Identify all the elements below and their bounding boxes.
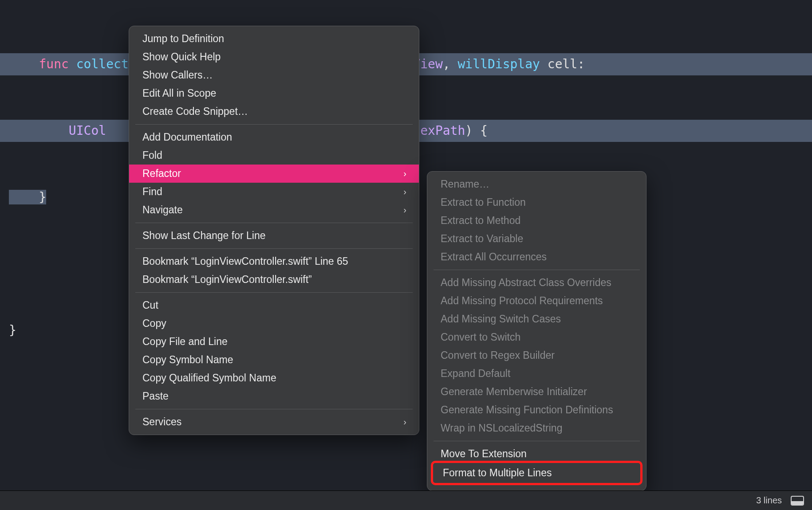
menu-item-label: Edit All in Scope — [142, 87, 216, 99]
submenu-item-label: Add Missing Switch Cases — [441, 313, 561, 325]
submenu-item: Extract to Variable — [427, 230, 646, 248]
submenu-item-label: Generate Memberwise Initializer — [441, 386, 587, 398]
submenu-item-label: Extract All Occurrences — [441, 251, 547, 263]
chevron-right-icon: › — [403, 187, 406, 197]
menu-item[interactable]: Refactor› — [129, 165, 419, 183]
submenu-item: Add Missing Switch Cases — [427, 310, 646, 328]
menu-item-label: Create Code Snippet… — [142, 106, 248, 118]
menu-item[interactable]: Paste — [129, 387, 419, 405]
submenu-item-label: Add Missing Protocol Requirements — [441, 295, 603, 307]
menu-item-label: Show Callers… — [142, 69, 213, 81]
menu-separator — [434, 270, 640, 270]
submenu-item: Extract All Occurrences — [427, 248, 646, 266]
menu-item[interactable]: Bookmark “LoginViewController.swift” Lin… — [129, 252, 419, 271]
menu-separator — [135, 223, 413, 223]
menu-item-label: Copy File and Line — [142, 336, 228, 348]
menu-item[interactable]: Show Quick Help — [129, 48, 419, 66]
menu-item-label: Find — [142, 186, 162, 198]
submenu-item-label: Convert to Switch — [441, 331, 520, 343]
menu-item[interactable]: Add Documentation — [129, 128, 419, 146]
menu-item-label: Copy — [142, 318, 166, 330]
submenu-item: Convert to Switch — [427, 328, 646, 346]
menu-item-label: Show Last Change for Line — [142, 230, 265, 242]
refactor-submenu[interactable]: Rename…Extract to FunctionExtract to Met… — [427, 171, 646, 491]
submenu-item[interactable]: Move To Extension — [427, 445, 646, 463]
submenu-item-label: Rename… — [441, 178, 489, 190]
status-bar: 3 lines — [0, 490, 812, 510]
menu-item-label: Jump to Definition — [142, 33, 224, 45]
submenu-item-label: Format to Multiple Lines — [443, 467, 552, 479]
submenu-item-format-multiple-lines[interactable]: Format to Multiple Lines — [433, 464, 640, 482]
menu-item-label: Copy Symbol Name — [142, 354, 233, 366]
menu-item-label: Paste — [142, 390, 169, 402]
menu-item[interactable]: Services› — [129, 413, 419, 431]
submenu-item: Add Missing Protocol Requirements — [427, 292, 646, 310]
menu-item-label: Fold — [142, 149, 162, 161]
menu-item-label: Copy Qualified Symbol Name — [142, 372, 276, 384]
panel-toggle-icon[interactable] — [791, 496, 804, 506]
submenu-item: Extract to Function — [427, 193, 646, 212]
menu-item[interactable]: Show Last Change for Line — [129, 227, 419, 245]
keyword-func: func — [39, 57, 68, 71]
menu-item-label: Show Quick Help — [142, 51, 221, 63]
menu-item[interactable]: Copy File and Line — [129, 333, 419, 351]
submenu-item: Generate Missing Function Definitions — [427, 401, 646, 419]
menu-item[interactable]: Create Code Snippet… — [129, 102, 419, 121]
chevron-right-icon: › — [403, 417, 406, 427]
submenu-item: Expand Default — [427, 365, 646, 383]
menu-item[interactable]: Bookmark “LoginViewController.swift” — [129, 271, 419, 289]
submenu-item: Add Missing Abstract Class Overrides — [427, 274, 646, 292]
menu-separator — [135, 248, 413, 249]
menu-item[interactable]: Copy Qualified Symbol Name — [129, 369, 419, 387]
chevron-right-icon: › — [403, 169, 406, 179]
submenu-item-label: Convert to Regex Builder — [441, 349, 555, 361]
menu-item-label: Services — [142, 416, 181, 428]
menu-item[interactable]: Jump to Definition — [129, 30, 419, 48]
menu-item-label: Navigate — [142, 204, 183, 216]
menu-item[interactable]: Navigate› — [129, 201, 419, 219]
highlighted-box: Format to Multiple Lines — [431, 461, 643, 485]
submenu-item-label: Wrap in NSLocalizedString — [441, 422, 562, 434]
submenu-item: Convert to Regex Builder — [427, 346, 646, 365]
chevron-right-icon: › — [403, 205, 406, 215]
menu-item-label: Cut — [142, 299, 158, 311]
menu-item[interactable]: Show Callers… — [129, 66, 419, 84]
submenu-item-label: Extract to Function — [441, 196, 526, 208]
menu-item[interactable]: Copy Symbol Name — [129, 351, 419, 369]
menu-item-label: Refactor — [142, 168, 181, 180]
submenu-item-label: Extract to Method — [441, 215, 520, 227]
menu-item[interactable]: Fold — [129, 146, 419, 165]
submenu-item-label: Add Missing Abstract Class Overrides — [441, 277, 611, 289]
menu-item[interactable]: Find› — [129, 183, 419, 201]
line-count-label: 3 lines — [756, 495, 782, 506]
submenu-item: Rename… — [427, 175, 646, 193]
menu-separator — [135, 409, 413, 409]
menu-item[interactable]: Edit All in Scope — [129, 84, 419, 102]
submenu-item-label: Expand Default — [441, 368, 510, 380]
context-menu[interactable]: Jump to DefinitionShow Quick HelpShow Ca… — [129, 26, 419, 435]
submenu-item-label: Move To Extension — [441, 448, 527, 460]
menu-separator — [135, 292, 413, 293]
menu-item-label: Bookmark “LoginViewController.swift” Lin… — [142, 255, 348, 267]
menu-item-label: Add Documentation — [142, 131, 232, 143]
menu-item-label: Bookmark “LoginViewController.swift” — [142, 274, 312, 286]
submenu-item: Wrap in NSLocalizedString — [427, 419, 646, 437]
submenu-item: Extract to Method — [427, 212, 646, 230]
menu-separator — [135, 124, 413, 125]
submenu-item-label: Extract to Variable — [441, 233, 523, 245]
menu-separator — [434, 441, 640, 441]
menu-item[interactable]: Copy — [129, 314, 419, 333]
menu-item[interactable]: Cut — [129, 296, 419, 314]
submenu-item: Generate Memberwise Initializer — [427, 383, 646, 401]
submenu-item-label: Generate Missing Function Definitions — [441, 404, 613, 416]
